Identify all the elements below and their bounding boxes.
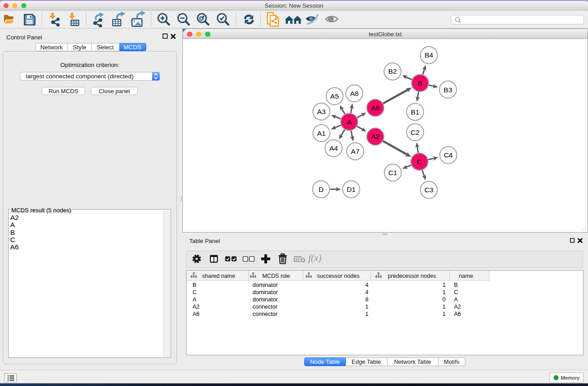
svg-text:D1: D1 xyxy=(347,186,356,193)
svg-text:C4: C4 xyxy=(444,151,453,159)
svg-text:C1: C1 xyxy=(388,169,397,176)
svg-text:A: A xyxy=(347,118,352,126)
svg-text:B3: B3 xyxy=(444,86,452,94)
svg-text:C: C xyxy=(417,158,422,166)
svg-text:A5: A5 xyxy=(330,92,339,100)
svg-text:C3: C3 xyxy=(424,186,433,194)
svg-text:A4: A4 xyxy=(330,144,338,152)
svg-text:D: D xyxy=(319,186,324,193)
svg-text:A2: A2 xyxy=(371,133,380,140)
svg-text:A1: A1 xyxy=(317,129,326,137)
svg-text:A6: A6 xyxy=(371,104,380,112)
svg-text:B2: B2 xyxy=(388,67,397,75)
svg-text:B1: B1 xyxy=(411,108,420,116)
svg-text:B4: B4 xyxy=(425,51,433,59)
svg-text:B: B xyxy=(418,79,422,87)
svg-text:A3: A3 xyxy=(317,108,326,115)
svg-text:C2: C2 xyxy=(411,129,420,136)
svg-text:A7: A7 xyxy=(351,148,359,155)
svg-text:A8: A8 xyxy=(350,90,359,97)
